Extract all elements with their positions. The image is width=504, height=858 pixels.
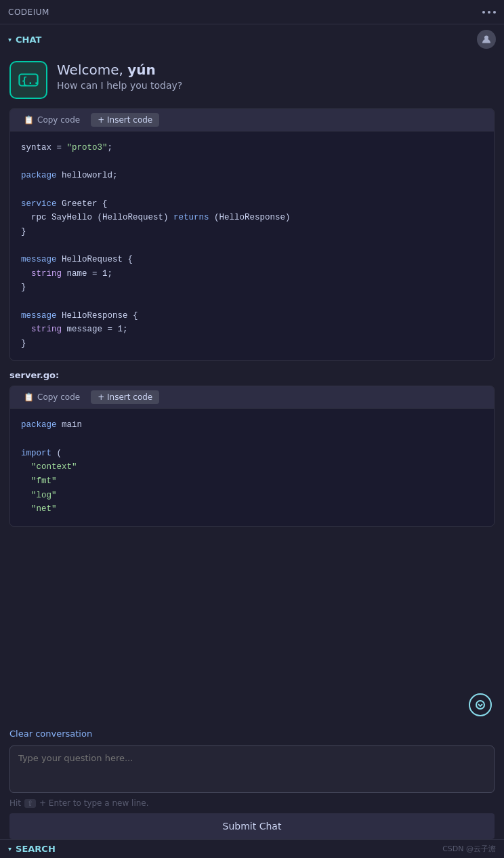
welcome-subtitle: How can I help you today?	[57, 80, 182, 91]
svg-point-3	[476, 701, 484, 709]
search-bar: ▾ SEARCH CSDN @云子澹	[0, 839, 504, 858]
chat-label-text: CHAT	[16, 35, 41, 45]
welcome-text: Welcome, yún How can I help you today?	[57, 61, 182, 91]
copy-icon: 📋	[24, 115, 34, 125]
user-avatar[interactable]	[477, 30, 496, 49]
chat-content[interactable]: 📋 Copy code + Insert code syntax = "prot…	[0, 108, 504, 723]
more-options-button[interactable]	[482, 11, 496, 14]
top-bar: CODEIUM	[0, 0, 504, 24]
copy-code-button-proto[interactable]: 📋 Copy code	[17, 113, 87, 127]
codeium-logo: {...}	[9, 61, 47, 99]
input-hint: Hit ⇧ + Enter to type a new line.	[9, 798, 495, 808]
code-block-server: 📋 Copy code + Insert code package main i…	[9, 386, 495, 526]
svg-text:{...}: {...}	[22, 75, 40, 86]
scroll-down-button[interactable]	[469, 693, 492, 716]
insert-code-button-proto[interactable]: + Insert code	[91, 113, 159, 127]
search-label-text: SEARCH	[16, 844, 56, 854]
welcome-section: {...} Welcome, yún How can I help you to…	[0, 54, 504, 108]
submit-chat-button[interactable]: Submit Chat	[9, 813, 495, 839]
chat-input[interactable]	[18, 753, 486, 783]
copy-icon-2: 📋	[24, 392, 34, 402]
code-pre-server: package main import ( "context" "fmt" "l…	[10, 409, 494, 525]
search-section-label[interactable]: ▾ SEARCH	[8, 844, 56, 854]
chat-header: ▾ CHAT	[0, 24, 504, 54]
copy-code-button-server[interactable]: 📋 Copy code	[17, 390, 87, 404]
code-scroll-proto[interactable]: syntax = "proto3"; package helloworld; s…	[10, 131, 494, 360]
shift-icon: ⇧	[24, 799, 36, 808]
app-title: CODEIUM	[8, 7, 49, 17]
search-credit: CSDN @云子澹	[442, 844, 496, 854]
insert-code-button-server[interactable]: + Insert code	[91, 390, 159, 404]
code-toolbar-proto: 📋 Copy code + Insert code	[10, 109, 494, 131]
chat-section-label[interactable]: ▾ CHAT	[8, 35, 41, 45]
code-scroll-server[interactable]: package main import ( "context" "fmt" "l…	[10, 409, 494, 525]
code-toolbar-server: 📋 Copy code + Insert code	[10, 386, 494, 409]
chat-input-wrapper[interactable]	[9, 745, 495, 793]
bottom-section: Clear conversation Hit ⇧ + Enter to type…	[0, 723, 504, 839]
file-label: server.go:	[9, 370, 495, 380]
welcome-heading: Welcome, yún	[57, 61, 182, 79]
code-block-proto: 📋 Copy code + Insert code syntax = "prot…	[9, 108, 495, 361]
search-chevron-icon: ▾	[8, 845, 12, 853]
chevron-icon: ▾	[8, 36, 12, 43]
clear-conversation-button[interactable]: Clear conversation	[9, 729, 92, 739]
code-pre-proto: syntax = "proto3"; package helloworld; s…	[10, 131, 494, 360]
